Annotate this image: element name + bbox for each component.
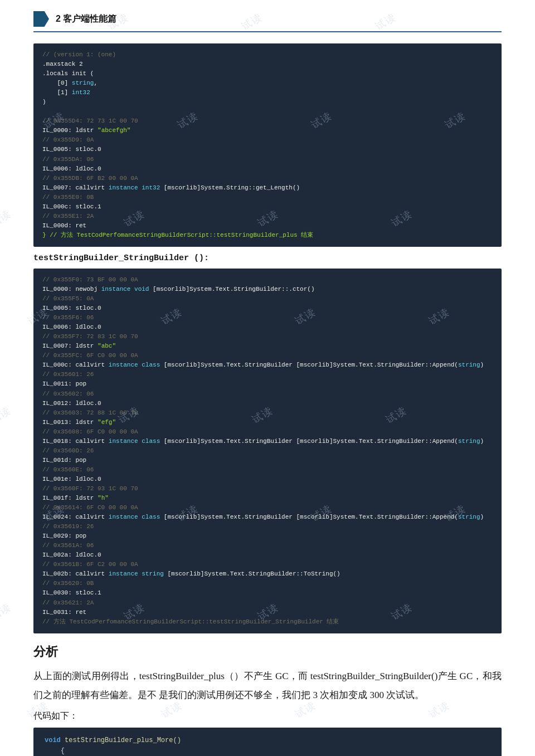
- page-container: 2 客户端性能篇 // (version 1: (one) .maxstack …: [0, 0, 535, 756]
- chapter-title: 2 客户端性能篇: [56, 13, 116, 25]
- label-code: 代码如下：: [33, 710, 502, 722]
- code-block-2: // 0x355F0: 73 BF 00 00 0A IL_0000: newo…: [33, 269, 502, 633]
- section-title-analysis: 分析: [33, 643, 502, 660]
- code-block-1: // (version 1: (one) .maxstack 2 .locals…: [33, 43, 502, 247]
- method-header-2: testStringBuilder_StringBuilder ():: [33, 253, 502, 263]
- code-block-3: void testStringBuilder_plus_More() { str…: [33, 728, 502, 756]
- func-name: testStringBuilder_plus_More(): [65, 737, 181, 744]
- chapter-header: 2 客户端性能篇: [33, 11, 502, 32]
- keyword-void: void: [45, 737, 61, 744]
- chapter-icon: [33, 11, 49, 27]
- analysis-text: 从上面的测试用例得出，testStringBuilder_plus（）不产生 G…: [33, 667, 502, 705]
